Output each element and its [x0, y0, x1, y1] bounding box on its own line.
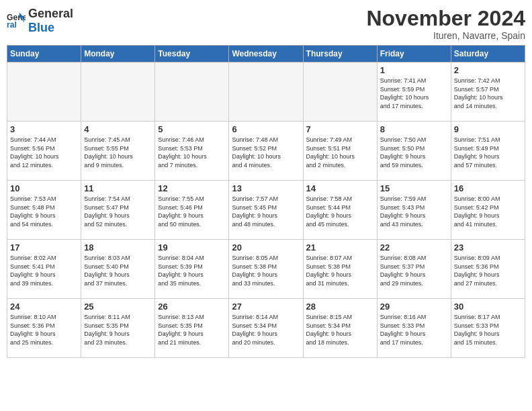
day-info: Sunrise: 7:54 AM Sunset: 5:47 PM Dayligh… — [84, 195, 152, 228]
day-number: 16 — [454, 183, 522, 193]
calendar-week-row: 17Sunrise: 8:02 AM Sunset: 5:41 PM Dayli… — [7, 240, 525, 299]
location-title: Ituren, Navarre, Spain — [366, 30, 525, 41]
calendar-cell: 6Sunrise: 7:48 AM Sunset: 5:52 PM Daylig… — [229, 122, 303, 181]
day-number: 1 — [380, 65, 448, 75]
day-info: Sunrise: 7:49 AM Sunset: 5:51 PM Dayligh… — [306, 136, 374, 169]
calendar-cell — [155, 62, 229, 122]
calendar-cell: 18Sunrise: 8:03 AM Sunset: 5:40 PM Dayli… — [81, 240, 155, 299]
day-number: 17 — [10, 242, 78, 253]
calendar-cell: 7Sunrise: 7:49 AM Sunset: 5:51 PM Daylig… — [303, 122, 377, 181]
calendar-cell: 17Sunrise: 8:02 AM Sunset: 5:41 PM Dayli… — [7, 240, 81, 299]
day-number: 27 — [232, 302, 300, 312]
day-number: 5 — [158, 124, 226, 134]
day-info: Sunrise: 8:08 AM Sunset: 5:37 PM Dayligh… — [380, 254, 448, 287]
calendar-cell: 11Sunrise: 7:54 AM Sunset: 5:47 PM Dayli… — [81, 181, 155, 240]
day-number: 3 — [10, 124, 78, 134]
day-info: Sunrise: 7:48 AM Sunset: 5:52 PM Dayligh… — [232, 136, 300, 169]
day-number: 23 — [454, 242, 522, 253]
day-info: Sunrise: 7:53 AM Sunset: 5:48 PM Dayligh… — [10, 195, 78, 228]
calendar-cell: 13Sunrise: 7:57 AM Sunset: 5:45 PM Dayli… — [229, 181, 303, 240]
calendar-cell: 15Sunrise: 7:59 AM Sunset: 5:43 PM Dayli… — [377, 181, 451, 240]
calendar-cell — [303, 62, 377, 122]
calendar-cell: 5Sunrise: 7:46 AM Sunset: 5:53 PM Daylig… — [155, 122, 229, 181]
day-info: Sunrise: 7:44 AM Sunset: 5:56 PM Dayligh… — [10, 136, 78, 169]
day-header-friday: Friday — [377, 46, 451, 62]
calendar-cell: 30Sunrise: 8:17 AM Sunset: 5:33 PM Dayli… — [451, 299, 525, 358]
day-info: Sunrise: 7:42 AM Sunset: 5:57 PM Dayligh… — [454, 77, 522, 110]
calendar-cell: 2Sunrise: 7:42 AM Sunset: 5:57 PM Daylig… — [451, 62, 525, 122]
day-number: 14 — [306, 183, 374, 193]
calendar-cell: 22Sunrise: 8:08 AM Sunset: 5:37 PM Dayli… — [377, 240, 451, 299]
day-number: 19 — [158, 242, 226, 253]
page-header: Gene ral General Blue November 2024 Itur… — [7, 7, 525, 41]
calendar-cell — [229, 62, 303, 122]
calendar-cell: 9Sunrise: 7:51 AM Sunset: 5:49 PM Daylig… — [451, 122, 525, 181]
day-info: Sunrise: 8:00 AM Sunset: 5:42 PM Dayligh… — [454, 195, 522, 228]
day-info: Sunrise: 7:50 AM Sunset: 5:50 PM Dayligh… — [380, 136, 448, 169]
day-info: Sunrise: 7:57 AM Sunset: 5:45 PM Dayligh… — [232, 195, 300, 228]
day-number: 7 — [306, 124, 374, 134]
day-number: 6 — [232, 124, 300, 134]
day-info: Sunrise: 8:14 AM Sunset: 5:34 PM Dayligh… — [232, 313, 300, 347]
day-number: 29 — [380, 302, 448, 312]
calendar-cell: 3Sunrise: 7:44 AM Sunset: 5:56 PM Daylig… — [7, 122, 81, 181]
day-number: 15 — [380, 183, 448, 193]
day-number: 13 — [232, 183, 300, 193]
day-info: Sunrise: 7:45 AM Sunset: 5:55 PM Dayligh… — [84, 136, 152, 169]
day-info: Sunrise: 8:17 AM Sunset: 5:33 PM Dayligh… — [454, 313, 522, 347]
calendar-week-row: 10Sunrise: 7:53 AM Sunset: 5:48 PM Dayli… — [7, 181, 525, 240]
logo-general: General — [28, 7, 73, 20]
calendar-cell: 16Sunrise: 8:00 AM Sunset: 5:42 PM Dayli… — [451, 181, 525, 240]
calendar-cell: 27Sunrise: 8:14 AM Sunset: 5:34 PM Dayli… — [229, 299, 303, 358]
day-number: 8 — [380, 124, 448, 134]
day-number: 21 — [306, 242, 374, 253]
day-number: 12 — [158, 183, 226, 193]
calendar-cell: 14Sunrise: 7:58 AM Sunset: 5:44 PM Dayli… — [303, 181, 377, 240]
calendar-cell — [7, 62, 81, 122]
calendar-cell: 20Sunrise: 8:05 AM Sunset: 5:38 PM Dayli… — [229, 240, 303, 299]
calendar-cell: 29Sunrise: 8:16 AM Sunset: 5:33 PM Dayli… — [377, 299, 451, 358]
calendar-cell: 1Sunrise: 7:41 AM Sunset: 5:59 PM Daylig… — [377, 62, 451, 122]
calendar-week-row: 24Sunrise: 8:10 AM Sunset: 5:36 PM Dayli… — [7, 299, 525, 358]
svg-text:ral: ral — [7, 20, 17, 30]
calendar-cell: 12Sunrise: 7:55 AM Sunset: 5:46 PM Dayli… — [155, 181, 229, 240]
day-info: Sunrise: 7:41 AM Sunset: 5:59 PM Dayligh… — [380, 77, 448, 110]
day-info: Sunrise: 8:13 AM Sunset: 5:35 PM Dayligh… — [158, 313, 226, 347]
day-info: Sunrise: 7:51 AM Sunset: 5:49 PM Dayligh… — [454, 136, 522, 169]
calendar-header-row: SundayMondayTuesdayWednesdayThursdayFrid… — [7, 46, 525, 62]
calendar-cell: 23Sunrise: 8:09 AM Sunset: 5:36 PM Dayli… — [451, 240, 525, 299]
calendar-cell: 10Sunrise: 7:53 AM Sunset: 5:48 PM Dayli… — [7, 181, 81, 240]
day-info: Sunrise: 8:07 AM Sunset: 5:38 PM Dayligh… — [306, 254, 374, 287]
logo-text: General Blue — [28, 7, 73, 35]
day-info: Sunrise: 8:02 AM Sunset: 5:41 PM Dayligh… — [10, 254, 78, 287]
calendar-cell: 26Sunrise: 8:13 AM Sunset: 5:35 PM Dayli… — [155, 299, 229, 358]
day-number: 2 — [454, 65, 522, 75]
day-number: 18 — [84, 242, 152, 253]
day-header-monday: Monday — [81, 46, 155, 62]
calendar-table: SundayMondayTuesdayWednesdayThursdayFrid… — [7, 45, 525, 358]
calendar-cell: 21Sunrise: 8:07 AM Sunset: 5:38 PM Dayli… — [303, 240, 377, 299]
calendar-week-row: 1Sunrise: 7:41 AM Sunset: 5:59 PM Daylig… — [7, 62, 525, 122]
day-info: Sunrise: 8:16 AM Sunset: 5:33 PM Dayligh… — [380, 313, 448, 347]
logo-icon: Gene ral — [7, 11, 26, 30]
day-info: Sunrise: 8:09 AM Sunset: 5:36 PM Dayligh… — [454, 254, 522, 287]
day-info: Sunrise: 8:03 AM Sunset: 5:40 PM Dayligh… — [84, 254, 152, 287]
logo-blue: Blue — [28, 21, 54, 34]
calendar-week-row: 3Sunrise: 7:44 AM Sunset: 5:56 PM Daylig… — [7, 122, 525, 181]
day-number: 9 — [454, 124, 522, 134]
day-info: Sunrise: 7:46 AM Sunset: 5:53 PM Dayligh… — [158, 136, 226, 169]
day-header-sunday: Sunday — [7, 46, 81, 62]
day-number: 11 — [84, 183, 152, 193]
day-number: 25 — [84, 302, 152, 312]
day-header-wednesday: Wednesday — [229, 46, 303, 62]
calendar-cell: 8Sunrise: 7:50 AM Sunset: 5:50 PM Daylig… — [377, 122, 451, 181]
day-number: 26 — [158, 302, 226, 312]
day-number: 4 — [84, 124, 152, 134]
day-number: 30 — [454, 302, 522, 312]
calendar-cell: 19Sunrise: 8:04 AM Sunset: 5:39 PM Dayli… — [155, 240, 229, 299]
month-title: November 2024 — [366, 7, 525, 30]
day-info: Sunrise: 8:15 AM Sunset: 5:34 PM Dayligh… — [306, 313, 374, 347]
day-number: 28 — [306, 302, 374, 312]
calendar-cell: 4Sunrise: 7:45 AM Sunset: 5:55 PM Daylig… — [81, 122, 155, 181]
day-info: Sunrise: 7:55 AM Sunset: 5:46 PM Dayligh… — [158, 195, 226, 228]
